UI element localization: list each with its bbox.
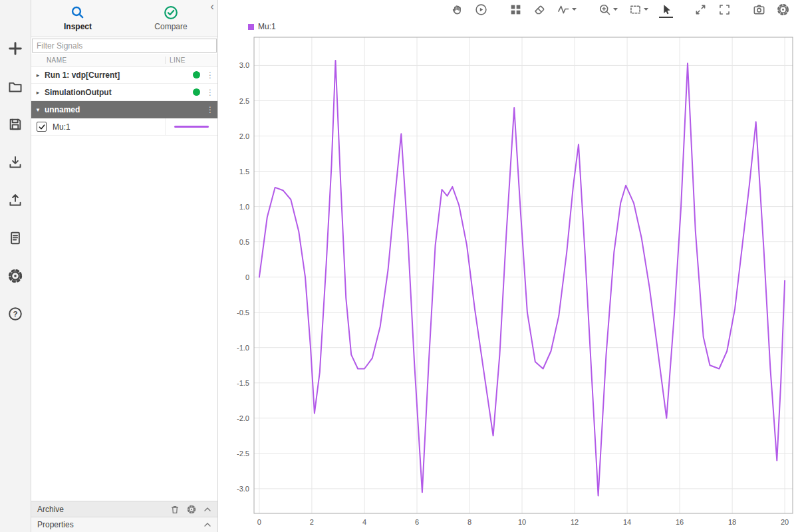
fit-to-view-icon[interactable] bbox=[694, 2, 708, 18]
chevron-down-icon[interactable]: ▾ bbox=[31, 106, 45, 113]
save-icon[interactable] bbox=[7, 116, 24, 133]
preferences-gear-icon[interactable] bbox=[7, 267, 24, 285]
table-header: NAME LINE bbox=[31, 54, 217, 66]
plot-canvas[interactable]: 02468101214161820-3.0-2.5-2.0-1.5-1.0-0.… bbox=[218, 33, 798, 532]
chevron-right-icon[interactable]: ▸ bbox=[31, 72, 45, 78]
caret-down-icon bbox=[644, 8, 648, 11]
table-row-run1[interactable]: ▸ Run 1: vdp[Current] ⋮ bbox=[31, 66, 217, 84]
panel-tabs: Inspect Compare bbox=[31, 0, 217, 37]
caret-down-icon bbox=[572, 8, 577, 11]
search-icon bbox=[70, 5, 85, 20]
kebab-menu-icon[interactable]: ⋮ bbox=[206, 105, 214, 114]
export-icon[interactable] bbox=[7, 192, 24, 209]
svg-text:-3.0: -3.0 bbox=[237, 485, 249, 493]
svg-text:0.5: 0.5 bbox=[239, 238, 249, 246]
report-icon[interactable] bbox=[7, 229, 24, 247]
svg-text:-2.0: -2.0 bbox=[237, 414, 249, 422]
svg-text:0: 0 bbox=[245, 273, 249, 281]
help-icon[interactable]: ? bbox=[7, 305, 24, 323]
svg-text:10: 10 bbox=[518, 518, 526, 526]
caret-down-icon bbox=[613, 8, 618, 11]
table-row-signal-mu1[interactable]: Mu:1 bbox=[31, 118, 217, 136]
svg-text:4: 4 bbox=[362, 518, 366, 526]
line-style-swatch bbox=[174, 126, 209, 128]
signal-panel: ‹ Inspect Compare NAME LINE ▸ Run 1: vdp… bbox=[31, 0, 218, 532]
signal-type-dropdown[interactable] bbox=[557, 2, 577, 18]
region-select-dropdown[interactable] bbox=[628, 2, 649, 18]
archive-gear-icon[interactable] bbox=[187, 505, 196, 514]
svg-text:8: 8 bbox=[467, 518, 471, 526]
table-row-unnamed[interactable]: ▾ unnamed ⋮ bbox=[31, 101, 217, 118]
run-name: Run 1: vdp[Current] bbox=[45, 70, 165, 80]
svg-text:12: 12 bbox=[571, 518, 579, 526]
svg-text:?: ? bbox=[13, 309, 17, 318]
line-style-cell[interactable] bbox=[165, 118, 217, 135]
app-toolbar: ? bbox=[0, 0, 31, 532]
svg-text:1.5: 1.5 bbox=[239, 168, 249, 176]
legend-color-swatch bbox=[248, 24, 254, 30]
svg-text:2.5: 2.5 bbox=[239, 97, 249, 105]
eraser-icon[interactable] bbox=[533, 2, 547, 18]
chevron-up-icon[interactable] bbox=[203, 506, 211, 513]
plot-area: Mu:1 02468101214161820-3.0-2.5-2.0-1.5-1… bbox=[218, 0, 798, 532]
zoom-dropdown[interactable] bbox=[598, 2, 618, 18]
import-icon[interactable] bbox=[7, 154, 24, 171]
plot-legend: Mu:1 bbox=[218, 20, 798, 33]
add-icon[interactable] bbox=[7, 40, 24, 57]
status-dot bbox=[193, 88, 200, 96]
tab-compare-label: Compare bbox=[154, 22, 187, 31]
run-name: SimulationOutput bbox=[45, 88, 165, 97]
svg-text:2.0: 2.0 bbox=[239, 132, 249, 140]
archive-bar[interactable]: Archive bbox=[31, 501, 217, 517]
tab-inspect-label: Inspect bbox=[64, 22, 92, 31]
svg-text:1.0: 1.0 bbox=[239, 203, 249, 211]
plot-toolbar bbox=[218, 0, 798, 20]
line-cell: ⋮ bbox=[165, 101, 217, 118]
properties-bar[interactable]: Properties bbox=[31, 517, 217, 532]
signal-chart[interactable]: 02468101214161820-3.0-2.5-2.0-1.5-1.0-0.… bbox=[218, 33, 798, 532]
svg-text:-0.5: -0.5 bbox=[237, 309, 249, 317]
svg-text:3.0: 3.0 bbox=[239, 61, 249, 69]
signal-name: Mu:1 bbox=[53, 122, 165, 132]
run-name: unnamed bbox=[45, 105, 165, 114]
line-cell: ⋮ bbox=[165, 66, 217, 83]
properties-label: Properties bbox=[37, 520, 203, 529]
pan-hand-icon[interactable] bbox=[450, 2, 464, 18]
archive-label: Archive bbox=[37, 505, 163, 514]
compare-check-icon bbox=[164, 5, 178, 20]
svg-text:14: 14 bbox=[623, 518, 631, 526]
chevron-right-icon[interactable]: ▸ bbox=[31, 89, 45, 96]
pointer-icon[interactable] bbox=[659, 2, 673, 18]
svg-text:18: 18 bbox=[728, 518, 736, 526]
filter-signals-input[interactable] bbox=[32, 39, 217, 53]
layout-grid-icon[interactable] bbox=[509, 2, 523, 18]
status-dot bbox=[193, 71, 200, 78]
svg-text:16: 16 bbox=[676, 518, 684, 526]
svg-text:6: 6 bbox=[415, 518, 419, 526]
svg-text:-1.0: -1.0 bbox=[237, 344, 249, 352]
tab-compare[interactable]: Compare bbox=[124, 0, 217, 37]
kebab-menu-icon[interactable]: ⋮ bbox=[206, 88, 214, 97]
snapshot-camera-icon[interactable] bbox=[752, 2, 766, 18]
tab-inspect[interactable]: Inspect bbox=[31, 0, 124, 37]
svg-text:0: 0 bbox=[257, 518, 261, 526]
open-folder-icon[interactable] bbox=[7, 78, 24, 95]
signal-table: ▸ Run 1: vdp[Current] ⋮ ▸ SimulationOutp… bbox=[31, 66, 217, 501]
svg-text:2: 2 bbox=[310, 518, 314, 526]
line-cell: ⋮ bbox=[165, 84, 217, 100]
column-header-name: NAME bbox=[31, 57, 165, 64]
collapse-panel-icon[interactable]: ‹ bbox=[210, 1, 214, 12]
settings-gear-icon[interactable] bbox=[776, 2, 790, 18]
table-row-simulationoutput[interactable]: ▸ SimulationOutput ⋮ bbox=[31, 84, 217, 101]
svg-text:-2.5: -2.5 bbox=[237, 450, 249, 458]
signal-checkbox[interactable] bbox=[37, 122, 47, 132]
kebab-menu-icon[interactable]: ⋮ bbox=[206, 70, 214, 80]
trash-icon[interactable] bbox=[170, 505, 180, 514]
svg-text:-1.5: -1.5 bbox=[237, 379, 249, 387]
svg-text:20: 20 bbox=[781, 518, 789, 526]
fullscreen-icon[interactable] bbox=[718, 2, 732, 18]
replay-icon[interactable] bbox=[474, 2, 488, 18]
legend-label: Mu:1 bbox=[258, 22, 276, 31]
chevron-up-icon[interactable] bbox=[203, 521, 211, 528]
column-header-line: LINE bbox=[165, 57, 217, 64]
